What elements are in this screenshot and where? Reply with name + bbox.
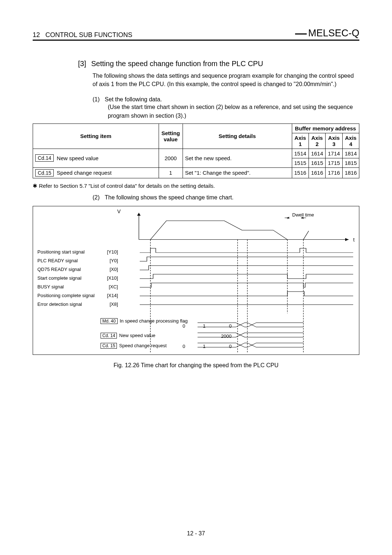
- setting-value: 2000: [159, 149, 183, 167]
- th-axis2: Axis 2: [309, 133, 325, 149]
- addr: 1815: [342, 158, 359, 167]
- sub2-heading: (2) The following shows the speed change…: [93, 194, 359, 201]
- th-axis3: Axis 3: [326, 133, 342, 149]
- page-number: 12 - 37: [0, 530, 392, 537]
- section3-num: [3]: [78, 60, 86, 68]
- cd-item: Speed change request: [57, 170, 111, 176]
- setting-details: Set "1: Change the speed".: [183, 167, 292, 178]
- page-header: 12 CONTROL SUB FUNCTIONS MELSEC-Q: [33, 28, 359, 41]
- table-row: Cd.14 New speed value 2000 Set the new s…: [33, 149, 359, 158]
- addr: 1516: [292, 167, 309, 178]
- th-setting-details: Setting details: [183, 123, 292, 149]
- cd-code: Cd.15: [35, 169, 54, 177]
- footnote: ✱ Refer to Section 5.7 "List of control …: [33, 183, 359, 189]
- th-axis4: Axis 4: [342, 133, 359, 149]
- sub2-num: (2): [93, 194, 100, 201]
- sub1-title: Set the following data.: [105, 96, 162, 103]
- addr: 1514: [292, 149, 309, 158]
- timing-chart: V t Dwell time Positioning start signal …: [33, 206, 359, 355]
- th-setting-item: Setting item: [33, 123, 159, 149]
- addr: 1716: [326, 167, 342, 178]
- chapter-text: CONTROL SUB FUNCTIONS: [45, 31, 132, 39]
- section3-heading: [3] Setting the speed change function fr…: [78, 60, 359, 68]
- sub2-title: The following shows the speed change tim…: [105, 194, 234, 201]
- addr: 1816: [342, 167, 359, 178]
- cd-item: New speed value: [57, 155, 98, 161]
- th-setting-value: Setting value: [159, 123, 183, 149]
- cd-code: Cd.14: [35, 154, 54, 162]
- addr: 1615: [309, 158, 325, 167]
- sub1-num: (1): [93, 96, 100, 103]
- section3-body: The following shows the data settings an…: [93, 72, 359, 88]
- chapter-num: 12: [33, 31, 40, 39]
- section3-title: Setting the speed change function from t…: [91, 60, 263, 68]
- brand-label: MELSEC-Q: [295, 28, 359, 39]
- addr: 1715: [326, 158, 342, 167]
- addr: 1616: [309, 167, 325, 178]
- addr: 1814: [342, 149, 359, 158]
- th-buffer-mem: Buffer memory address: [292, 123, 359, 133]
- addr: 1614: [309, 149, 325, 158]
- th-axis1: Axis 1: [292, 133, 309, 149]
- setting-value: 1: [159, 167, 183, 178]
- addr: 1515: [292, 158, 309, 167]
- sub1-body: (Use the start time chart shown in secti…: [108, 103, 359, 119]
- settings-table: Setting item Setting value Setting detai…: [33, 123, 359, 178]
- chart-svg: [33, 206, 359, 355]
- chapter-title: 12 CONTROL SUB FUNCTIONS: [33, 31, 132, 39]
- table-row: Cd.15 Speed change request 1 Set "1: Cha…: [33, 167, 359, 178]
- setting-details: Set the new speed.: [183, 149, 292, 167]
- sub1-heading: (1) Set the following data.: [93, 96, 359, 103]
- addr: 1714: [326, 149, 342, 158]
- figure-caption: Fig. 12.26 Time chart for changing the s…: [33, 362, 359, 369]
